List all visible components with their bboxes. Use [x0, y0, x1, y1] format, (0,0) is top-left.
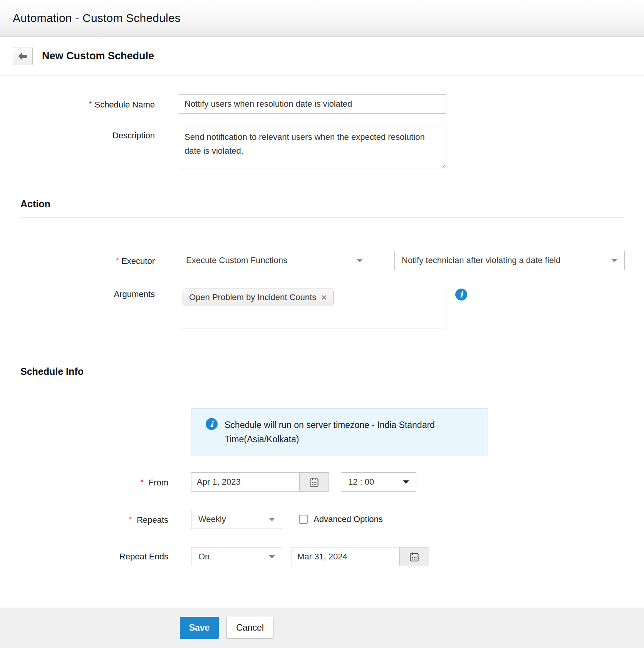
timezone-banner-text: Schedule will run on server timezone - I… — [225, 418, 456, 447]
executor-label: *Executor — [0, 251, 155, 271]
repeat-ends-calendar-button[interactable] — [399, 547, 429, 566]
advanced-options-label: Advanced Options — [314, 514, 383, 524]
timezone-banner: i Schedule will run on server timezone -… — [191, 408, 488, 456]
timezone-banner-row: i Schedule will run on server timezone -… — [191, 408, 644, 456]
description-textarea[interactable]: Send notification to relevant users when… — [179, 126, 446, 168]
from-label: * From — [0, 472, 168, 492]
repeats-row: * Repeats Weekly Advanced Options — [0, 510, 644, 530]
remove-chip-icon[interactable]: ✕ — [321, 294, 327, 301]
schedule-name-input[interactable] — [179, 94, 446, 114]
calendar-icon — [309, 477, 319, 487]
from-time-value: 12 : 00 — [348, 477, 374, 487]
from-row: * From 12 : 00 — [0, 472, 644, 492]
executor-function-value: Notify technician after violating a date… — [402, 255, 560, 265]
required-marker: * — [129, 515, 132, 524]
advanced-options-checkbox[interactable] — [299, 515, 308, 524]
repeat-ends-date-input[interactable] — [292, 547, 400, 566]
argument-chip: Open Problem by Incident Counts ✕ — [183, 289, 334, 306]
executor-type-select[interactable]: Execute Custom Functions — [179, 251, 370, 270]
chevron-down-icon — [403, 480, 409, 484]
argument-chip-label: Open Problem by Incident Counts — [189, 292, 316, 302]
arguments-row: Arguments Open Problem by Incident Count… — [0, 285, 644, 329]
description-row: Description Send notification to relevan… — [0, 126, 644, 168]
executor-row: *Executor Execute Custom Functions Notif… — [0, 251, 644, 271]
save-button[interactable]: Save — [180, 617, 219, 639]
action-section-heading: Action — [20, 198, 624, 218]
chevron-down-icon — [611, 259, 617, 262]
required-marker: * — [89, 100, 92, 108]
repeat-ends-label: Repeat Ends — [0, 547, 168, 566]
sub-header: New Custom Schedule — [0, 37, 644, 76]
repeat-ends-row: Repeat Ends On — [0, 547, 644, 566]
required-marker: * — [141, 478, 144, 486]
schedule-name-label: *Schedule Name — [0, 94, 155, 114]
repeats-select[interactable]: Weekly — [191, 510, 282, 529]
repeats-label: * Repeats — [0, 510, 168, 530]
page-title: Automation - Custom Schedules — [13, 12, 181, 25]
arguments-multiselect-box[interactable]: Open Problem by Incident Counts ✕ — [179, 285, 446, 329]
automation-custom-schedules-page: Automation - Custom Schedules New Custom… — [0, 0, 644, 648]
arrow-left-icon — [18, 51, 28, 61]
chevron-down-icon — [269, 555, 275, 559]
schedule-info-heading-text: Schedule Info — [20, 366, 624, 377]
back-button[interactable] — [13, 47, 33, 65]
from-calendar-button[interactable] — [299, 472, 329, 492]
custom-schedule-form: *Schedule Name Description Send notifica… — [0, 76, 644, 566]
repeat-ends-mode-value: On — [198, 552, 210, 562]
repeats-value: Weekly — [198, 514, 226, 524]
arguments-label: Arguments — [0, 285, 155, 300]
from-time-select[interactable]: 12 : 00 — [341, 472, 416, 492]
repeat-ends-mode-select[interactable]: On — [191, 547, 282, 566]
calendar-icon — [409, 552, 419, 562]
form-title: New Custom Schedule — [42, 50, 154, 62]
schedule-name-row: *Schedule Name — [0, 94, 644, 114]
from-date-input[interactable] — [191, 472, 300, 492]
schedule-info-section-heading: Schedule Info — [20, 366, 624, 385]
executor-type-value: Execute Custom Functions — [186, 255, 287, 265]
action-heading-text: Action — [20, 198, 624, 210]
required-marker: * — [116, 256, 119, 265]
description-label: Description — [0, 126, 155, 141]
arguments-info-icon[interactable]: i — [455, 289, 467, 300]
advanced-options-wrap: Advanced Options — [299, 510, 383, 529]
info-icon: i — [206, 418, 218, 430]
chevron-down-icon — [357, 259, 363, 262]
cancel-button[interactable]: Cancel — [226, 617, 273, 639]
app-header: Automation - Custom Schedules — [0, 0, 644, 37]
executor-function-select[interactable]: Notify technician after violating a date… — [394, 251, 625, 270]
form-action-footer: Save Cancel — [0, 608, 644, 648]
chevron-down-icon — [269, 518, 275, 521]
